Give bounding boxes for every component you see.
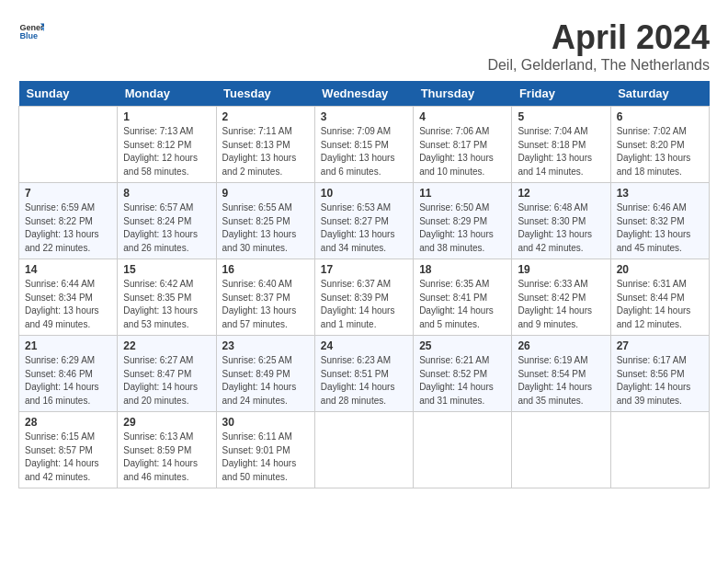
calendar-cell: 16Sunrise: 6:40 AM Sunset: 8:37 PM Dayli…	[216, 259, 314, 336]
calendar-cell	[610, 412, 709, 488]
cell-info: Sunrise: 7:09 AM Sunset: 8:15 PM Dayligh…	[321, 125, 407, 178]
day-header-monday: Monday	[118, 81, 216, 107]
week-row-4: 21Sunrise: 6:29 AM Sunset: 8:46 PM Dayli…	[19, 336, 710, 412]
day-header-thursday: Thursday	[414, 81, 512, 107]
days-header-row: SundayMondayTuesdayWednesdayThursdayFrid…	[19, 81, 710, 107]
day-number: 4	[419, 110, 506, 123]
cell-info: Sunrise: 6:19 AM Sunset: 8:54 PM Dayligh…	[518, 354, 604, 408]
calendar-cell: 4Sunrise: 7:06 AM Sunset: 8:17 PM Daylig…	[414, 107, 512, 183]
cell-info: Sunrise: 7:06 AM Sunset: 8:17 PM Dayligh…	[419, 125, 506, 178]
day-number: 20	[617, 263, 703, 276]
day-header-sunday: Sunday	[19, 81, 118, 107]
cell-info: Sunrise: 6:50 AM Sunset: 8:29 PM Dayligh…	[419, 201, 506, 255]
cell-info: Sunrise: 6:57 AM Sunset: 8:24 PM Dayligh…	[123, 201, 210, 255]
cell-info: Sunrise: 6:27 AM Sunset: 8:47 PM Dayligh…	[123, 354, 210, 408]
cell-info: Sunrise: 6:13 AM Sunset: 8:59 PM Dayligh…	[123, 431, 210, 484]
calendar-cell: 13Sunrise: 6:46 AM Sunset: 8:32 PM Dayli…	[610, 183, 709, 259]
calendar-cell: 24Sunrise: 6:23 AM Sunset: 8:51 PM Dayli…	[314, 336, 413, 412]
logo: General Blue	[18, 18, 44, 44]
day-number: 18	[419, 263, 506, 276]
cell-info: Sunrise: 6:17 AM Sunset: 8:56 PM Dayligh…	[617, 354, 703, 408]
day-number: 19	[518, 263, 604, 276]
svg-text:General: General	[19, 23, 44, 32]
calendar-cell	[314, 412, 413, 488]
calendar-cell: 29Sunrise: 6:13 AM Sunset: 8:59 PM Dayli…	[118, 412, 216, 488]
week-row-5: 28Sunrise: 6:15 AM Sunset: 8:57 PM Dayli…	[19, 412, 710, 488]
calendar-cell: 7Sunrise: 6:59 AM Sunset: 8:22 PM Daylig…	[19, 183, 118, 259]
day-number: 21	[25, 339, 111, 352]
calendar-cell	[414, 412, 512, 488]
calendar-cell: 2Sunrise: 7:11 AM Sunset: 8:13 PM Daylig…	[216, 107, 314, 183]
cell-info: Sunrise: 6:44 AM Sunset: 8:34 PM Dayligh…	[25, 278, 111, 331]
calendar-table: SundayMondayTuesdayWednesdayThursdayFrid…	[18, 81, 710, 488]
cell-info: Sunrise: 7:02 AM Sunset: 8:20 PM Dayligh…	[617, 125, 703, 178]
day-number: 11	[419, 187, 506, 200]
day-number: 6	[617, 110, 703, 123]
calendar-cell: 1Sunrise: 7:13 AM Sunset: 8:12 PM Daylig…	[118, 107, 216, 183]
cell-info: Sunrise: 6:25 AM Sunset: 8:49 PM Dayligh…	[222, 354, 309, 408]
cell-info: Sunrise: 6:31 AM Sunset: 8:44 PM Dayligh…	[617, 278, 703, 331]
day-number: 9	[222, 187, 309, 200]
location-title: Deil, Gelderland, The Netherlands	[487, 57, 710, 74]
day-header-wednesday: Wednesday	[314, 81, 413, 107]
calendar-cell: 25Sunrise: 6:21 AM Sunset: 8:52 PM Dayli…	[414, 336, 512, 412]
cell-info: Sunrise: 6:40 AM Sunset: 8:37 PM Dayligh…	[222, 278, 309, 331]
calendar-cell: 15Sunrise: 6:42 AM Sunset: 8:35 PM Dayli…	[118, 259, 216, 336]
calendar-cell: 20Sunrise: 6:31 AM Sunset: 8:44 PM Dayli…	[610, 259, 709, 336]
day-number: 26	[518, 339, 604, 352]
day-number: 3	[321, 110, 407, 123]
cell-info: Sunrise: 6:59 AM Sunset: 8:22 PM Dayligh…	[25, 201, 111, 255]
calendar-cell	[19, 107, 118, 183]
day-header-tuesday: Tuesday	[216, 81, 314, 107]
calendar-cell: 18Sunrise: 6:35 AM Sunset: 8:41 PM Dayli…	[414, 259, 512, 336]
day-number: 29	[123, 416, 210, 429]
month-title: April 2024	[487, 18, 710, 57]
page-header: General Blue April 2024 Deil, Gelderland…	[18, 18, 710, 74]
day-number: 23	[222, 339, 309, 352]
day-number: 13	[617, 187, 703, 200]
day-number: 12	[518, 187, 604, 200]
calendar-cell: 30Sunrise: 6:11 AM Sunset: 9:01 PM Dayli…	[216, 412, 314, 488]
cell-info: Sunrise: 6:37 AM Sunset: 8:39 PM Dayligh…	[321, 278, 407, 331]
day-number: 14	[25, 263, 111, 276]
cell-info: Sunrise: 6:11 AM Sunset: 9:01 PM Dayligh…	[222, 431, 309, 484]
day-number: 27	[617, 339, 703, 352]
day-number: 17	[321, 263, 407, 276]
cell-info: Sunrise: 6:55 AM Sunset: 8:25 PM Dayligh…	[222, 201, 309, 255]
calendar-cell: 14Sunrise: 6:44 AM Sunset: 8:34 PM Dayli…	[19, 259, 118, 336]
calendar-cell: 9Sunrise: 6:55 AM Sunset: 8:25 PM Daylig…	[216, 183, 314, 259]
calendar-cell: 27Sunrise: 6:17 AM Sunset: 8:56 PM Dayli…	[610, 336, 709, 412]
week-row-1: 1Sunrise: 7:13 AM Sunset: 8:12 PM Daylig…	[19, 107, 710, 183]
day-number: 30	[222, 416, 309, 429]
cell-info: Sunrise: 6:33 AM Sunset: 8:42 PM Dayligh…	[518, 278, 604, 331]
day-number: 1	[123, 110, 210, 123]
calendar-cell: 8Sunrise: 6:57 AM Sunset: 8:24 PM Daylig…	[118, 183, 216, 259]
day-number: 22	[123, 339, 210, 352]
day-number: 8	[123, 187, 210, 200]
day-number: 10	[321, 187, 407, 200]
calendar-cell: 6Sunrise: 7:02 AM Sunset: 8:20 PM Daylig…	[610, 107, 709, 183]
day-header-friday: Friday	[512, 81, 610, 107]
svg-text:Blue: Blue	[19, 31, 38, 40]
calendar-cell: 5Sunrise: 7:04 AM Sunset: 8:18 PM Daylig…	[512, 107, 610, 183]
calendar-cell: 11Sunrise: 6:50 AM Sunset: 8:29 PM Dayli…	[414, 183, 512, 259]
cell-info: Sunrise: 6:21 AM Sunset: 8:52 PM Dayligh…	[419, 354, 506, 408]
day-number: 5	[518, 110, 604, 123]
week-row-3: 14Sunrise: 6:44 AM Sunset: 8:34 PM Dayli…	[19, 259, 710, 336]
day-number: 28	[25, 416, 111, 429]
cell-info: Sunrise: 6:15 AM Sunset: 8:57 PM Dayligh…	[25, 431, 111, 484]
calendar-cell: 3Sunrise: 7:09 AM Sunset: 8:15 PM Daylig…	[314, 107, 413, 183]
day-number: 7	[25, 187, 111, 200]
calendar-cell: 17Sunrise: 6:37 AM Sunset: 8:39 PM Dayli…	[314, 259, 413, 336]
calendar-cell: 21Sunrise: 6:29 AM Sunset: 8:46 PM Dayli…	[19, 336, 118, 412]
calendar-cell: 19Sunrise: 6:33 AM Sunset: 8:42 PM Dayli…	[512, 259, 610, 336]
cell-info: Sunrise: 6:42 AM Sunset: 8:35 PM Dayligh…	[123, 278, 210, 331]
week-row-2: 7Sunrise: 6:59 AM Sunset: 8:22 PM Daylig…	[19, 183, 710, 259]
cell-info: Sunrise: 7:11 AM Sunset: 8:13 PM Dayligh…	[222, 125, 309, 178]
day-number: 16	[222, 263, 309, 276]
cell-info: Sunrise: 6:35 AM Sunset: 8:41 PM Dayligh…	[419, 278, 506, 331]
calendar-cell: 28Sunrise: 6:15 AM Sunset: 8:57 PM Dayli…	[19, 412, 118, 488]
cell-info: Sunrise: 6:53 AM Sunset: 8:27 PM Dayligh…	[321, 201, 407, 255]
day-number: 2	[222, 110, 309, 123]
calendar-cell: 23Sunrise: 6:25 AM Sunset: 8:49 PM Dayli…	[216, 336, 314, 412]
